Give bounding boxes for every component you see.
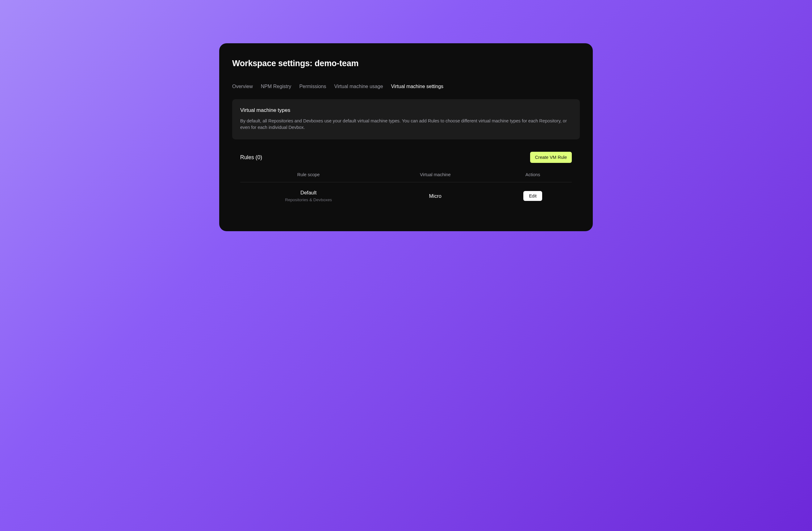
column-header-actions: Actions <box>494 172 572 177</box>
info-panel-title: Virtual machine types <box>240 107 572 113</box>
tab-vm-usage[interactable]: Virtual machine usage <box>334 84 383 89</box>
cell-scope: Default Repositories & Devboxes <box>240 190 377 202</box>
tabs-nav: Overview NPM Registry Permissions Virtua… <box>232 84 580 89</box>
tab-permissions[interactable]: Permissions <box>299 84 326 89</box>
table-header-row: Rule scope Virtual machine Actions <box>240 172 572 182</box>
cell-vm: Micro <box>377 193 494 199</box>
rules-count-label: Rules (0) <box>240 154 262 161</box>
page-title: Workspace settings: demo-team <box>232 59 580 68</box>
scope-subtitle: Repositories & Devboxes <box>240 197 377 202</box>
scope-title: Default <box>240 190 377 196</box>
vm-value: Micro <box>429 193 441 199</box>
create-vm-rule-button[interactable]: Create VM Rule <box>530 152 572 163</box>
table-row: Default Repositories & Devboxes Micro Ed… <box>240 182 572 210</box>
edit-button[interactable]: Edit <box>523 191 542 201</box>
info-panel: Virtual machine types By default, all Re… <box>232 99 580 139</box>
column-header-vm: Virtual machine <box>377 172 494 177</box>
info-panel-description: By default, all Repositories and Devboxe… <box>240 118 572 131</box>
cell-actions: Edit <box>494 191 572 201</box>
rules-header: Rules (0) Create VM Rule <box>232 152 580 163</box>
rules-table: Rule scope Virtual machine Actions Defau… <box>232 172 580 210</box>
tab-overview[interactable]: Overview <box>232 84 253 89</box>
settings-card: Workspace settings: demo-team Overview N… <box>219 43 593 231</box>
tab-npm-registry[interactable]: NPM Registry <box>261 84 291 89</box>
tab-vm-settings[interactable]: Virtual machine settings <box>391 84 444 89</box>
column-header-scope: Rule scope <box>240 172 377 177</box>
